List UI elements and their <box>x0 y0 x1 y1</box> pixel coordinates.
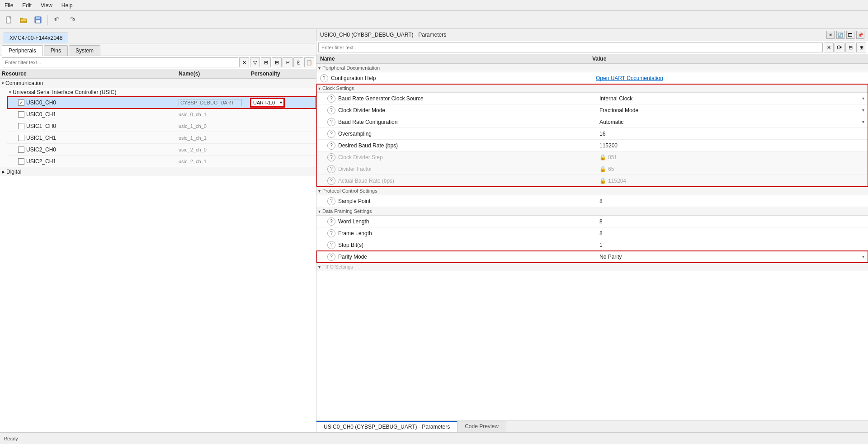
checkbox-usic1-ch0[interactable] <box>18 123 24 129</box>
clock-div-step-help-icon[interactable]: ? <box>327 153 335 161</box>
open-btn[interactable] <box>17 14 30 26</box>
subgroup-usic-header[interactable]: ▾ Universal Serial Interface Controller … <box>7 88 316 97</box>
oversampling-help-icon[interactable]: ? <box>327 130 335 138</box>
tree-row-usic0-ch1[interactable]: USIC0_CH1 usic_0_ch_1 <box>7 109 316 120</box>
right-title-restore-btn[interactable]: 🔄 <box>836 31 844 39</box>
right-filter-bar: ✕ ⟳ ⊟ ⊞ <box>316 41 868 54</box>
checkbox-usic0-ch1[interactable] <box>18 111 24 118</box>
usic0-ch0-label: USIC0_CH0 <box>26 99 56 106</box>
parity-mode-help-icon[interactable]: ? <box>327 253 335 261</box>
stop-bits-help-icon[interactable]: ? <box>327 241 335 249</box>
right-title-actions: ✕ 🔄 🗖 📌 <box>826 31 864 39</box>
actual-baud-help-icon[interactable]: ? <box>327 177 335 185</box>
status-text: Ready <box>4 436 18 441</box>
uart-docs-link[interactable]: Open UART Documentation <box>596 75 663 81</box>
right-filter-refresh-btn[interactable]: ⟳ <box>835 43 844 52</box>
menu-view[interactable]: View <box>36 1 57 9</box>
right-collapse-btn[interactable]: ⊟ <box>845 43 855 52</box>
tab-peripherals[interactable]: Peripherals <box>2 45 43 56</box>
section-peripheral-docs[interactable]: ▾ Peripheral Documentation <box>316 64 868 72</box>
section-data-framing-label: Data Framing Settings <box>322 208 372 214</box>
right-expand-btn[interactable]: ⊞ <box>856 43 866 52</box>
left-copy-btn[interactable]: ⎘ <box>293 57 303 67</box>
bottom-tab-params[interactable]: USIC0_CH0 (CYBSP_DEBUG_UART) - Parameter… <box>316 421 458 432</box>
usic0-ch0-personality-select[interactable]: UART-1.0 <box>251 99 284 107</box>
params-table: Name Value ▾ Peripheral Documentation ? … <box>316 54 868 420</box>
status-bar: Ready <box>0 432 868 444</box>
section-fifo-settings[interactable]: ▾ FIFO Settings <box>316 263 868 271</box>
actual-baud-label: Actual Baud Rate (bps) <box>338 178 394 184</box>
divider-factor-value: 65 <box>608 166 614 172</box>
framing-section-expand-icon: ▾ <box>318 209 321 214</box>
left-filter-input[interactable] <box>2 57 238 67</box>
param-desired-baud: ? Desired Baud Rate (bps) 115200 <box>316 140 868 151</box>
tab-system[interactable]: System <box>69 45 100 56</box>
baud-clock-src-value: Internal Clock <box>599 95 632 102</box>
group-communication: ▾ Communication ▾ Universal Serial Inter… <box>0 79 316 167</box>
section-peripheral-docs-label: Peripheral Documentation <box>322 65 380 71</box>
baud-config-arrow: ▾ <box>862 119 864 124</box>
save-btn[interactable] <box>32 14 44 26</box>
menu-file[interactable]: File <box>0 1 18 9</box>
svg-rect-2 <box>36 17 40 19</box>
checkbox-usic2-ch0[interactable] <box>18 146 24 153</box>
header-names: Name(s) <box>179 71 251 77</box>
section-data-framing[interactable]: ▾ Data Framing Settings <box>316 207 868 216</box>
tree-row-usic0-ch0[interactable]: ✓ USIC0_CH0 UART-1.0 ▾ <box>7 97 316 109</box>
left-filter-clear-btn[interactable]: ✕ <box>239 57 249 67</box>
group-digital-header[interactable]: ▶ Digital <box>0 167 316 176</box>
baud-config-help-icon[interactable]: ? <box>327 118 335 126</box>
chevron-icon: ▶ <box>2 170 5 174</box>
frame-length-help-icon[interactable]: ? <box>327 229 335 237</box>
right-filter-input[interactable] <box>318 43 823 52</box>
param-clock-divider-mode: ? Clock Divider Mode Fractional Mode ▾ <box>316 104 868 116</box>
group-communication-header[interactable]: ▾ Communication <box>0 79 316 88</box>
checkbox-usic0-ch0[interactable]: ✓ <box>18 99 24 106</box>
undo-btn[interactable] <box>51 14 64 26</box>
left-cut-btn[interactable]: ✂ <box>283 57 292 67</box>
subgroup-usic: ▾ Universal Serial Interface Controller … <box>0 88 316 167</box>
left-collapse-all-btn[interactable]: ⊟ <box>261 57 271 67</box>
toolbar <box>0 11 868 29</box>
tab-pins[interactable]: Pins <box>44 45 68 56</box>
usic1-ch0-label: USIC1_CH0 <box>26 123 56 129</box>
lock-icon-3: 🔒 <box>599 178 606 184</box>
bottom-tab-code-preview[interactable]: Code Preview <box>458 421 506 432</box>
tree-row-usic1-ch1[interactable]: USIC1_CH1 usic_1_ch_1 <box>7 132 316 144</box>
redo-btn[interactable] <box>66 14 78 26</box>
tree-content: ▾ Communication ▾ Universal Serial Inter… <box>0 79 316 432</box>
desired-baud-help-icon[interactable]: ? <box>327 142 335 150</box>
section-clock-settings[interactable]: ▾ Clock Settings <box>316 84 868 93</box>
left-expand-all-btn[interactable]: ⊞ <box>272 57 282 67</box>
menu-edit[interactable]: Edit <box>18 1 36 9</box>
device-tab[interactable]: XMC4700-F144x2048 <box>4 33 68 43</box>
stop-bits-value: 1 <box>599 242 603 248</box>
fifo-section-expand-icon: ▾ <box>318 265 321 269</box>
right-title-close-btn[interactable]: ✕ <box>826 31 835 39</box>
right-title-pin-btn[interactable]: 📌 <box>856 31 864 39</box>
divider-factor-help-icon[interactable]: ? <box>327 165 335 173</box>
menu-help[interactable]: Help <box>57 1 77 9</box>
baud-clock-src-help-icon[interactable]: ? <box>327 94 335 103</box>
left-paste-btn[interactable]: 📋 <box>304 57 314 67</box>
tree-row-usic2-ch0[interactable]: USIC2_CH0 usic_2_ch_0 <box>7 144 316 156</box>
sample-point-help-icon[interactable]: ? <box>327 197 335 205</box>
sample-point-value: 8 <box>599 198 603 204</box>
usic0-ch0-name-input[interactable] <box>179 99 242 106</box>
word-length-help-icon[interactable]: ? <box>327 217 335 226</box>
right-title-maximize-btn[interactable]: 🗖 <box>846 31 854 39</box>
new-file-btn[interactable] <box>3 14 15 26</box>
checkbox-usic1-ch1[interactable] <box>18 135 24 141</box>
usic0-ch0-name <box>179 99 251 106</box>
param-word-length: ? Word Length 8 <box>316 216 868 227</box>
tree-row-usic2-ch1[interactable]: USIC2_CH1 usic_2_ch_1 <box>7 156 316 167</box>
left-filter-funnel-btn[interactable]: ▽ <box>250 57 260 67</box>
config-help-icon[interactable]: ? <box>320 74 328 82</box>
section-protocol-control[interactable]: ▾ Protocol Control Settings <box>316 187 868 195</box>
checkbox-usic2-ch1[interactable] <box>18 158 24 165</box>
clock-div-mode-help-icon[interactable]: ? <box>327 106 335 114</box>
left-filter-bar: ✕ ▽ ⊟ ⊞ ✂ ⎘ 📋 <box>0 56 316 69</box>
right-filter-clear-btn[interactable]: ✕ <box>824 43 834 52</box>
parity-mode-label: Parity Mode <box>338 254 367 260</box>
tree-row-usic1-ch0[interactable]: USIC1_CH0 usic_1_ch_0 <box>7 120 316 132</box>
